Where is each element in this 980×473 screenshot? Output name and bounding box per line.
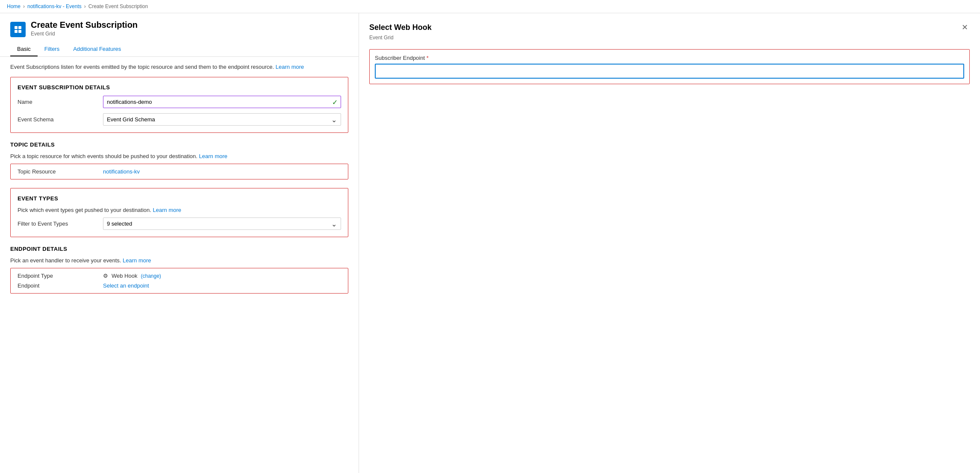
endpoint-details-section: ENDPOINT DETAILS Pick an event handler t… xyxy=(10,246,348,294)
breadcrumb-home[interactable]: Home xyxy=(7,3,21,9)
event-types-learn-more-link[interactable]: Learn more xyxy=(153,207,181,213)
filter-select[interactable]: 9 selected xyxy=(103,217,341,230)
subscriber-endpoint-input[interactable] xyxy=(376,65,963,78)
endpoint-type-row: Endpoint Type ⚙ Web Hook (change) xyxy=(18,273,341,279)
breadcrumb-sep-1: › xyxy=(23,3,25,9)
filter-select-wrapper: 9 selected xyxy=(103,217,341,230)
svg-rect-3 xyxy=(18,30,21,33)
event-subscription-details-title: EVENT SUBSCRIPTION DETAILS xyxy=(18,84,341,91)
topic-details-section: TOPIC DETAILS Pick a topic resource for … xyxy=(10,141,348,179)
endpoint-type-change-link[interactable]: (change) xyxy=(141,273,161,279)
event-types-description: Pick which event types get pushed to you… xyxy=(18,207,341,213)
endpoint-row: Endpoint Select an endpoint xyxy=(18,282,341,289)
name-label: Name xyxy=(18,99,103,105)
topic-resource-row: Topic Resource notifications-kv xyxy=(10,164,348,179)
right-panel-title: Select Web Hook xyxy=(369,23,432,32)
endpoint-details-title: ENDPOINT DETAILS xyxy=(10,246,348,252)
event-types-section: EVENT TYPES Pick which event types get p… xyxy=(10,188,348,237)
tab-filters[interactable]: Filters xyxy=(38,42,66,56)
breadcrumb: Home › notifications-kv - Events › Creat… xyxy=(0,0,980,13)
right-panel-header: Select Web Hook ✕ xyxy=(369,22,970,33)
tab-basic[interactable]: Basic xyxy=(10,42,38,56)
event-types-title: EVENT TYPES xyxy=(18,195,341,202)
subscriber-endpoint-label: Subscriber Endpoint * xyxy=(375,55,964,61)
endpoint-select-link[interactable]: Select an endpoint xyxy=(103,282,149,289)
close-button[interactable]: ✕ xyxy=(960,22,970,33)
name-input-wrapper: ✓ xyxy=(103,96,341,108)
name-input[interactable] xyxy=(103,96,341,108)
filter-label: Filter to Event Types xyxy=(18,220,103,227)
endpoint-type-value: ⚙ Web Hook (change) xyxy=(103,273,161,279)
topic-details-description: Pick a topic resource for which events s… xyxy=(10,153,348,159)
event-subscription-details-section: EVENT SUBSCRIPTION DETAILS Name ✓ Event … xyxy=(10,77,348,133)
topic-resource-link[interactable]: notifications-kv xyxy=(103,168,140,175)
svg-rect-0 xyxy=(15,26,18,29)
topic-resource-label: Topic Resource xyxy=(18,168,103,175)
svg-rect-2 xyxy=(15,30,18,33)
schema-select[interactable]: Event Grid Schema Cloud Event Schema v1.… xyxy=(103,113,341,126)
endpoint-label: Endpoint xyxy=(18,282,103,289)
svg-rect-1 xyxy=(18,26,21,29)
breadcrumb-sep-2: › xyxy=(84,3,86,9)
event-types-filter-row: Filter to Event Types 9 selected xyxy=(18,217,341,230)
webhook-icon: ⚙ xyxy=(103,273,108,279)
name-field-row: Name ✓ xyxy=(18,96,341,108)
topic-details-title: TOPIC DETAILS xyxy=(10,141,348,148)
page-header: Create Event Subscription Event Grid xyxy=(0,13,359,37)
topic-details-learn-more-link[interactable]: Learn more xyxy=(199,153,227,159)
schema-label: Event Schema xyxy=(18,116,103,123)
endpoint-details-description: Pick an event handler to receive your ev… xyxy=(10,257,348,264)
page-subtitle: Event Grid xyxy=(31,31,138,37)
endpoint-details-learn-more-link[interactable]: Learn more xyxy=(123,257,151,264)
right-panel-subtitle: Event Grid xyxy=(369,35,970,41)
description-learn-more-link[interactable]: Learn more xyxy=(276,64,304,70)
right-panel: Select Web Hook ✕ Event Grid Subscriber … xyxy=(359,13,980,473)
endpoint-type-label: Endpoint Type xyxy=(18,273,103,279)
required-star: * xyxy=(427,55,429,61)
endpoint-details-box: Endpoint Type ⚙ Web Hook (change) Endpoi… xyxy=(10,268,348,294)
page-title: Create Event Subscription xyxy=(31,20,138,30)
header-text: Create Event Subscription Event Grid xyxy=(31,20,138,37)
schema-select-wrapper: Event Grid Schema Cloud Event Schema v1.… xyxy=(103,113,341,126)
tab-additional-features[interactable]: Additional Features xyxy=(66,42,128,56)
endpoint-type-text: Web Hook xyxy=(112,273,137,279)
event-grid-icon xyxy=(10,22,26,37)
schema-field-row: Event Schema Event Grid Schema Cloud Eve… xyxy=(18,113,341,126)
content-area: Event Subscriptions listen for events em… xyxy=(0,57,359,309)
name-check-icon: ✓ xyxy=(332,98,338,106)
breadcrumb-events[interactable]: notifications-kv - Events xyxy=(27,3,82,9)
breadcrumb-current: Create Event Subscription xyxy=(88,3,148,9)
tabs: Basic Filters Additional Features xyxy=(0,37,359,57)
subscriber-endpoint-box: Subscriber Endpoint * xyxy=(369,49,970,84)
subscriber-endpoint-input-wrapper xyxy=(375,64,964,79)
description-text: Event Subscriptions listen for events em… xyxy=(10,64,348,70)
left-panel: Create Event Subscription Event Grid Bas… xyxy=(0,13,359,473)
